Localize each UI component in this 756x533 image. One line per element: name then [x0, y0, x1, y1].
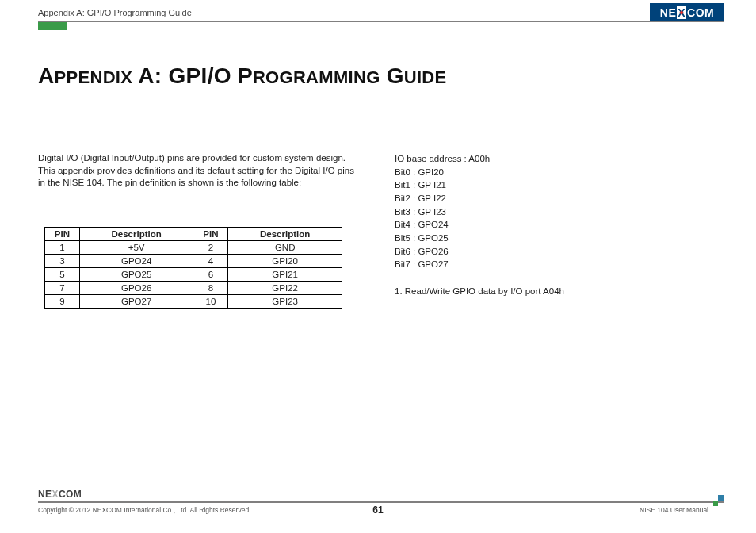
info-line: Bit7 : GPO27 [395, 258, 680, 271]
table-row: 5 GPO25 6 GPI21 [45, 268, 342, 282]
th-pin: PIN [45, 228, 80, 241]
title-grest: uide [404, 67, 447, 87]
footer-rule [38, 501, 724, 503]
footer-copyright: Copyright © 2012 NEXCOM International Co… [38, 506, 250, 514]
title-prest: rogramming [253, 67, 380, 87]
footer-square-green-icon [713, 501, 718, 506]
table-row: 3 GPO24 4 GPI20 [45, 255, 342, 268]
table-header-row: PIN Description PIN Description [45, 228, 342, 241]
title-pcap: P [238, 63, 253, 88]
title-gpio: GPI/O [169, 63, 231, 88]
info-line: Bit6 : GPO26 [395, 245, 680, 259]
th-desc2: Description [228, 228, 342, 241]
intro-paragraph: Digital I/O (Digital Input/Output) pins … [38, 152, 363, 190]
header-breadcrumb: Appendix A: GPI/O Programming Guide [38, 8, 192, 17]
title-cap: A [38, 63, 55, 88]
cell-pin: 8 [193, 282, 228, 295]
cell-desc: GPO24 [79, 255, 193, 268]
brand-right: COM [687, 6, 714, 19]
cell-desc: GPI22 [228, 282, 342, 295]
info-line: 1. Read/Write GPIO data by I/O port A04h [395, 285, 680, 298]
cell-desc: +5V [79, 241, 193, 255]
cell-desc: GPI23 [228, 295, 342, 309]
title-rest: ppendix [55, 67, 133, 87]
brand-x-icon: X [677, 6, 686, 19]
cell-pin: 3 [45, 255, 80, 268]
cell-pin: 10 [193, 295, 228, 309]
cell-pin: 4 [193, 255, 228, 268]
footer-brand: NEXCOM [38, 489, 82, 500]
io-info-block: IO base address : A00h Bit0 : GPI20 Bit1… [395, 152, 680, 297]
footer-square-blue-icon [718, 495, 724, 501]
cell-desc: GPO26 [79, 282, 193, 295]
th-pin2: PIN [193, 228, 228, 241]
cell-desc: GND [228, 241, 342, 255]
footer-brand-right: COM [59, 489, 82, 500]
page: Appendix A: GPI/O Programming Guide NEXC… [0, 0, 756, 533]
cell-pin: 7 [45, 282, 80, 295]
header-rule [38, 21, 724, 22]
table-row: 1 +5V 2 GND [45, 241, 342, 255]
page-title: Appendix A: GPI/O Programming Guide [38, 63, 447, 89]
cell-pin: 2 [193, 241, 228, 255]
pin-definition-table: PIN Description PIN Description 1 +5V 2 … [44, 227, 342, 309]
header-accent-icon [38, 22, 67, 30]
info-line: Bit5 : GPO25 [395, 232, 680, 245]
info-line [395, 271, 680, 285]
cell-desc: GPO27 [79, 295, 193, 309]
title-gcap: G [387, 63, 404, 88]
cell-pin: 5 [45, 268, 80, 282]
info-line: Bit1 : GP I21 [395, 178, 680, 192]
info-line: Bit2 : GP I22 [395, 192, 680, 205]
footer-brand-left: NE [38, 489, 52, 500]
info-line: Bit3 : GP I23 [395, 205, 680, 219]
info-line: Bit0 : GPI20 [395, 166, 680, 179]
info-line: Bit4 : GPO24 [395, 218, 680, 232]
brand-logo: NEXCOM [650, 3, 724, 22]
cell-desc: GPI20 [228, 255, 342, 268]
info-line: IO base address : A00h [395, 152, 680, 166]
footer-manual-name: NISE 104 User Manual [640, 506, 708, 514]
cell-desc: GPO25 [79, 268, 193, 282]
cell-pin: 9 [45, 295, 80, 309]
footer-brand-x-icon: X [52, 489, 58, 500]
cell-pin: 1 [45, 241, 80, 255]
th-desc: Description [79, 228, 193, 241]
table-row: 7 GPO26 8 GPI22 [45, 282, 342, 295]
brand-left: NE [660, 6, 676, 19]
footer-page-number: 61 [372, 504, 383, 516]
title-a: A: [138, 63, 162, 88]
cell-desc: GPI21 [228, 268, 342, 282]
table-row: 9 GPO27 10 GPI23 [45, 295, 342, 309]
cell-pin: 6 [193, 268, 228, 282]
